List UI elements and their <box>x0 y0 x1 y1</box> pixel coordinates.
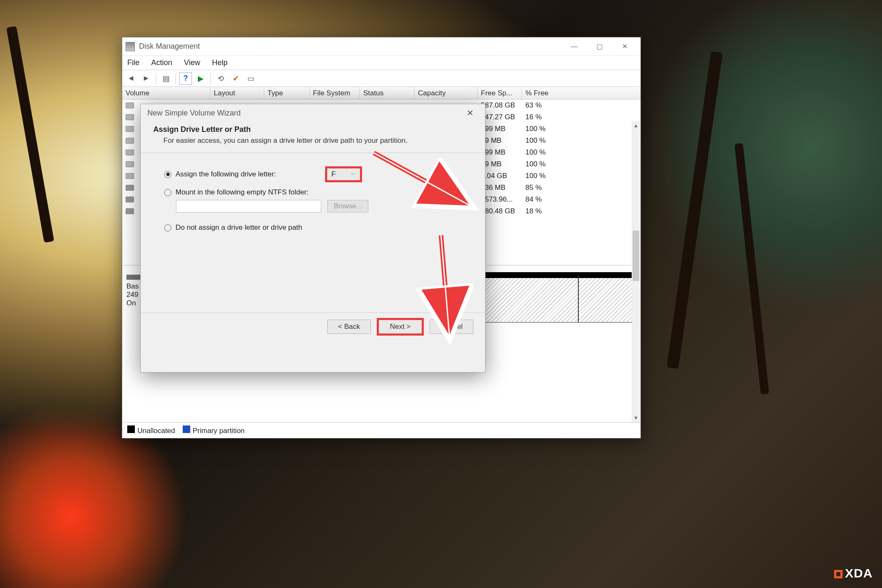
menu-help[interactable]: Help <box>212 58 228 67</box>
back-button[interactable]: < Back <box>327 320 371 334</box>
new-simple-volume-wizard: New Simple Volume Wizard ✕ Assign Drive … <box>140 104 486 373</box>
close-button[interactable]: ✕ <box>612 38 637 55</box>
wizard-titlebar[interactable]: New Simple Volume Wizard ✕ <box>141 104 485 122</box>
watermark: XDA <box>834 566 873 580</box>
titlebar[interactable]: Disk Management — ▢ ✕ <box>122 37 640 56</box>
back-icon[interactable]: ◄ <box>125 72 137 85</box>
menu-action[interactable]: Action <box>151 58 172 67</box>
toolbar: ◄ ► ▤ ? ▶ ⟲ ✔ ▭ <box>122 70 640 87</box>
wizard-title: New Simple Volume Wizard <box>147 109 241 118</box>
col-type[interactable]: Type <box>264 87 310 99</box>
partition-unallocated[interactable] <box>578 272 636 323</box>
radio-no-letter-label: Do not assign a drive letter or drive pa… <box>176 223 302 232</box>
radio-mount-folder[interactable] <box>164 189 171 196</box>
radio-assign-letter-label: Assign the following drive letter: <box>176 170 323 178</box>
legend-unallocated: Unallocated <box>137 427 175 435</box>
col-pctfree[interactable]: % Free <box>522 87 585 99</box>
app-icon <box>126 42 135 51</box>
minimize-button[interactable]: — <box>562 38 587 55</box>
help-icon[interactable]: ? <box>179 72 192 85</box>
menu-file[interactable]: File <box>127 58 139 67</box>
wizard-heading: Assign Drive Letter or Path <box>153 125 473 134</box>
vertical-scrollbar[interactable]: ▲ ▼ <box>632 121 640 422</box>
drive-letter-value: F <box>331 170 336 178</box>
radio-mount-folder-label: Mount in the following empty NTFS folder… <box>176 188 309 197</box>
scrollbar-thumb[interactable] <box>633 231 639 281</box>
menubar: File Action View Help <box>122 56 640 70</box>
next-button[interactable]: Next > <box>378 320 422 334</box>
volume-columns-header: Volume Layout Type File System Status Ca… <box>122 87 640 100</box>
legend-primary: Primary partition <box>193 427 245 435</box>
list-icon[interactable]: ▤ <box>160 72 172 85</box>
legend: Unallocated Primary partition <box>122 422 640 438</box>
radio-no-letter[interactable] <box>164 224 171 231</box>
refresh-icon[interactable]: ⟲ <box>214 72 227 85</box>
close-icon[interactable]: ✕ <box>462 108 478 118</box>
col-capacity[interactable]: Capacity <box>415 87 478 99</box>
col-status[interactable]: Status <box>360 87 415 99</box>
properties-icon[interactable]: ▭ <box>244 72 257 85</box>
check-icon[interactable]: ✔ <box>229 72 242 85</box>
drive-letter-select[interactable]: F ﹀ <box>327 168 360 181</box>
col-filesystem[interactable]: File System <box>310 87 360 99</box>
forward-icon[interactable]: ► <box>140 72 152 85</box>
col-layout[interactable]: Layout <box>210 87 264 99</box>
play-icon[interactable]: ▶ <box>194 72 207 85</box>
radio-assign-letter[interactable] <box>164 171 171 178</box>
wizard-subheading: For easier access, you can assign a driv… <box>163 136 473 145</box>
maximize-button[interactable]: ▢ <box>587 38 612 55</box>
window-title: Disk Management <box>139 42 562 51</box>
ntfs-folder-input[interactable] <box>176 200 321 213</box>
browse-button[interactable]: Browse... <box>327 200 368 213</box>
cancel-button[interactable]: Cancel <box>430 320 473 334</box>
chevron-down-icon: ﹀ <box>351 171 356 178</box>
col-volume[interactable]: Volume <box>122 87 210 99</box>
col-freespace[interactable]: Free Sp... <box>478 87 522 99</box>
menu-view[interactable]: View <box>184 58 200 67</box>
